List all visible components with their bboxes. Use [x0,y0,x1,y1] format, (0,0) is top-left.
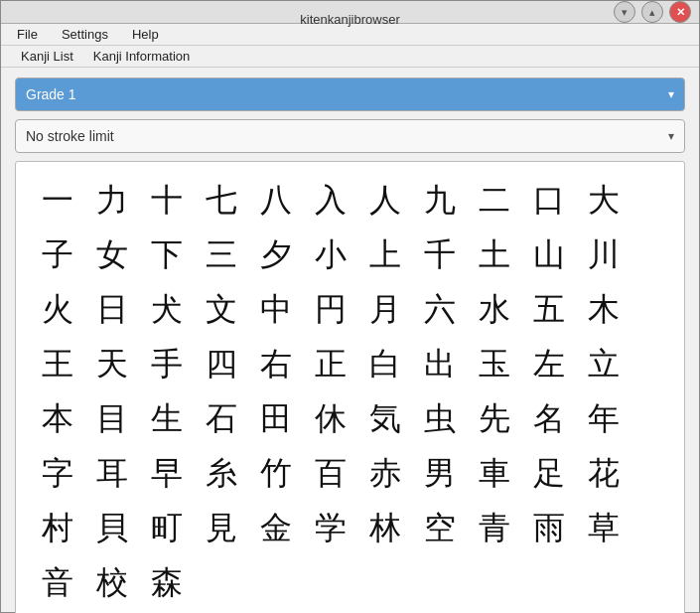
kanji-char[interactable]: 子 [30,227,84,281]
kanji-char[interactable]: 中 [248,281,303,336]
kanji-char[interactable]: 気 [357,390,412,445]
kanji-char[interactable]: 川 [576,227,630,281]
stroke-dropdown-label: No stroke limit [26,128,114,144]
kanji-char[interactable]: 口 [521,172,576,227]
kanji-char[interactable]: 王 [30,336,84,390]
kanji-char[interactable]: 休 [303,390,357,445]
kanji-char[interactable]: 右 [248,336,303,390]
tab-kanji-information[interactable]: Kanji Information [85,46,199,67]
main-window: kitenkanjibrowser ▾ ▴ ✕ File Settings He… [0,0,700,613]
kanji-char[interactable]: 森 [139,554,194,609]
kanji-char[interactable]: 校 [84,554,139,609]
window-title: kitenkanjibrowser [300,12,399,27]
grade-dropdown-chevron: ▾ [668,87,674,101]
kanji-char[interactable]: 大 [576,172,630,227]
kanji-char[interactable]: 雨 [521,500,576,554]
kanji-char[interactable]: 耳 [84,445,139,500]
kanji-char[interactable]: 糸 [194,445,248,500]
kanji-char[interactable]: 草 [576,500,630,554]
kanji-char[interactable]: 一 [30,172,84,227]
kanji-char[interactable]: 木 [576,281,630,336]
kanji-char[interactable]: 文 [194,281,248,336]
tab-kanji-list[interactable]: Kanji List [13,46,81,67]
menu-file[interactable]: File [9,24,46,45]
kanji-grid: 一力十七八入人九二口大子女下三夕小上千土山川火日犬文中円月六水五木王天手四右正白… [30,172,670,609]
kanji-char[interactable]: 月 [357,281,412,336]
menubar: File Settings Help [1,24,699,46]
kanji-char[interactable]: 犬 [139,281,194,336]
kanji-char[interactable]: 生 [139,390,194,445]
kanji-char[interactable]: 白 [357,336,412,390]
kanji-char[interactable]: 上 [357,227,412,281]
content-area: Grade 1 ▾ No stroke limit ▾ 一力十七八入人九二口大子… [1,68,699,613]
minimize-button[interactable]: ▾ [614,1,635,23]
kanji-char[interactable]: 小 [303,227,357,281]
kanji-char[interactable]: 三 [194,227,248,281]
kanji-char[interactable]: 水 [467,281,521,336]
kanji-char[interactable]: 山 [521,227,576,281]
kanji-char[interactable]: 学 [303,500,357,554]
kanji-char[interactable]: 千 [412,227,467,281]
kanji-char[interactable]: 町 [139,500,194,554]
kanji-char[interactable]: 百 [303,445,357,500]
kanji-char[interactable]: 九 [412,172,467,227]
kanji-char[interactable]: 女 [84,227,139,281]
kanji-char[interactable]: 石 [194,390,248,445]
kanji-char[interactable]: 名 [521,390,576,445]
kanji-char[interactable]: 林 [357,500,412,554]
close-button[interactable]: ✕ [669,1,691,23]
kanji-char[interactable]: 先 [467,390,521,445]
kanji-char[interactable]: 年 [576,390,630,445]
kanji-char[interactable]: 竹 [248,445,303,500]
kanji-char[interactable]: 八 [248,172,303,227]
stroke-dropdown[interactable]: No stroke limit ▾ [15,119,685,153]
kanji-char[interactable]: 人 [357,172,412,227]
kanji-char[interactable]: 足 [521,445,576,500]
kanji-char[interactable]: 出 [412,336,467,390]
kanji-char[interactable]: 力 [84,172,139,227]
title-bar: kitenkanjibrowser ▾ ▴ ✕ [1,1,699,24]
kanji-char[interactable]: 空 [412,500,467,554]
kanji-char[interactable]: 土 [467,227,521,281]
kanji-char[interactable]: 円 [303,281,357,336]
kanji-char[interactable]: 村 [30,500,84,554]
kanji-char[interactable]: 夕 [248,227,303,281]
kanji-char[interactable]: 花 [576,445,630,500]
kanji-char[interactable]: 二 [467,172,521,227]
kanji-char[interactable]: 青 [467,500,521,554]
grade-dropdown[interactable]: Grade 1 ▾ [15,77,685,111]
kanji-char[interactable]: 日 [84,281,139,336]
kanji-char[interactable]: 左 [521,336,576,390]
kanji-char[interactable]: 男 [412,445,467,500]
menu-help[interactable]: Help [124,24,167,45]
tabs-bar: Kanji List Kanji Information [1,46,699,68]
kanji-char[interactable]: 六 [412,281,467,336]
kanji-char[interactable]: 目 [84,390,139,445]
kanji-char[interactable]: 見 [194,500,248,554]
kanji-char[interactable]: 十 [139,172,194,227]
kanji-char[interactable]: 玉 [467,336,521,390]
grade-dropdown-label: Grade 1 [26,86,76,102]
menu-settings[interactable]: Settings [54,24,116,45]
kanji-char[interactable]: 田 [248,390,303,445]
kanji-char[interactable]: 車 [467,445,521,500]
kanji-char[interactable]: 立 [576,336,630,390]
kanji-char[interactable]: 五 [521,281,576,336]
kanji-char[interactable]: 本 [30,390,84,445]
kanji-char[interactable]: 貝 [84,500,139,554]
kanji-char[interactable]: 入 [303,172,357,227]
kanji-char[interactable]: 下 [139,227,194,281]
kanji-char[interactable]: 手 [139,336,194,390]
kanji-char[interactable]: 音 [30,554,84,609]
kanji-char[interactable]: 字 [30,445,84,500]
kanji-char[interactable]: 天 [84,336,139,390]
kanji-char[interactable]: 金 [248,500,303,554]
kanji-char[interactable]: 正 [303,336,357,390]
kanji-char[interactable]: 虫 [412,390,467,445]
maximize-button[interactable]: ▴ [641,1,663,23]
kanji-char[interactable]: 四 [194,336,248,390]
kanji-char[interactable]: 早 [139,445,194,500]
kanji-char[interactable]: 七 [194,172,248,227]
kanji-char[interactable]: 赤 [357,445,412,500]
kanji-char[interactable]: 火 [30,281,84,336]
